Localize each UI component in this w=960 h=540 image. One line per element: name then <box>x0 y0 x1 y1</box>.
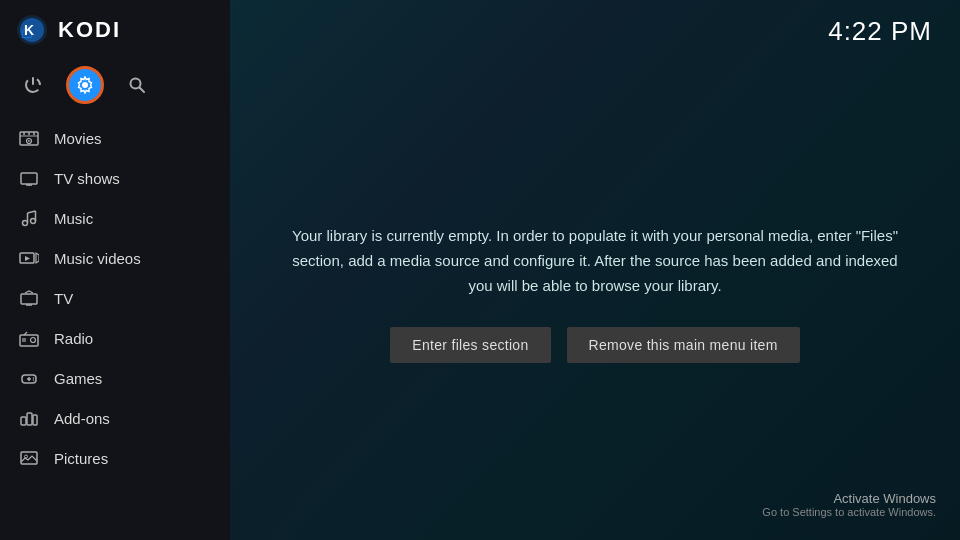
kodi-logo-text: KODI <box>58 17 121 43</box>
sidebar-item-music[interactable]: Music <box>0 198 230 238</box>
svg-line-24 <box>28 211 36 213</box>
sidebar-header: ⌂ K KODI <box>0 0 230 60</box>
sidebar-item-pictures-label: Pictures <box>54 450 108 467</box>
clock-display: 4:22 PM <box>828 16 932 47</box>
activate-windows-title: Activate Windows <box>762 491 936 506</box>
sidebar-item-games[interactable]: Games <box>0 358 230 398</box>
games-icon <box>18 367 40 389</box>
svg-marker-26 <box>36 253 39 263</box>
svg-point-39 <box>33 379 35 381</box>
sidebar-item-music-label: Music <box>54 210 93 227</box>
sidebar-item-tv-label: TV <box>54 290 73 307</box>
search-icon <box>128 76 146 94</box>
tvshows-icon <box>18 167 40 189</box>
svg-rect-17 <box>21 173 37 184</box>
main-content: 4:22 PM Your library is currently empty.… <box>230 0 960 540</box>
enter-files-button[interactable]: Enter files section <box>390 327 550 363</box>
top-bar: 4:22 PM <box>230 0 960 47</box>
sidebar-item-music-videos[interactable]: Music videos <box>0 238 230 278</box>
movies-icon <box>18 127 40 149</box>
sidebar-item-radio-label: Radio <box>54 330 93 347</box>
power-icon <box>24 76 42 94</box>
svg-line-9 <box>140 88 145 93</box>
library-empty-message: Your library is currently empty. In orde… <box>280 224 910 298</box>
svg-rect-41 <box>27 413 32 425</box>
sidebar-item-tvshows-label: TV shows <box>54 170 120 187</box>
kodi-logo-icon: ⌂ K <box>16 14 48 46</box>
addons-icon <box>18 407 40 429</box>
svg-marker-27 <box>25 256 30 261</box>
sidebar-item-tv[interactable]: TV <box>0 278 230 318</box>
sidebar-item-addons[interactable]: Add-ons <box>0 398 230 438</box>
sidebar-item-radio[interactable]: Radio <box>0 318 230 358</box>
music-icon <box>18 207 40 229</box>
svg-point-31 <box>31 338 36 343</box>
power-button[interactable] <box>14 66 52 104</box>
svg-rect-42 <box>33 415 37 425</box>
svg-rect-28 <box>21 294 37 304</box>
action-buttons: Enter files section Remove this main men… <box>390 327 799 363</box>
sidebar: ⌂ K KODI <box>0 0 230 540</box>
sidebar-item-pictures[interactable]: Pictures <box>0 438 230 478</box>
sidebar-item-music-videos-label: Music videos <box>54 250 141 267</box>
sidebar-icons-row <box>0 60 230 118</box>
music-videos-icon <box>18 247 40 269</box>
svg-point-7 <box>82 82 88 88</box>
svg-rect-40 <box>21 417 26 425</box>
activate-windows-notice: Activate Windows Go to Settings to activ… <box>762 491 936 518</box>
remove-menu-item-button[interactable]: Remove this main menu item <box>567 327 800 363</box>
sidebar-nav: Movies TV shows Music Music videos <box>0 118 230 540</box>
radio-icon <box>18 327 40 349</box>
sidebar-item-addons-label: Add-ons <box>54 410 110 427</box>
settings-icon <box>76 76 94 94</box>
search-button[interactable] <box>118 66 156 104</box>
sidebar-item-tvshows[interactable]: TV shows <box>0 158 230 198</box>
svg-text:K: K <box>24 22 34 38</box>
settings-button[interactable] <box>66 66 104 104</box>
svg-marker-16 <box>28 140 31 142</box>
sidebar-item-games-label: Games <box>54 370 102 387</box>
pictures-icon <box>18 447 40 469</box>
tv-icon <box>18 287 40 309</box>
sidebar-item-movies-label: Movies <box>54 130 102 147</box>
activate-windows-subtitle: Go to Settings to activate Windows. <box>762 506 936 518</box>
sidebar-item-movies[interactable]: Movies <box>0 118 230 158</box>
library-empty-state: Your library is currently empty. In orde… <box>230 47 960 540</box>
svg-point-38 <box>33 377 35 379</box>
